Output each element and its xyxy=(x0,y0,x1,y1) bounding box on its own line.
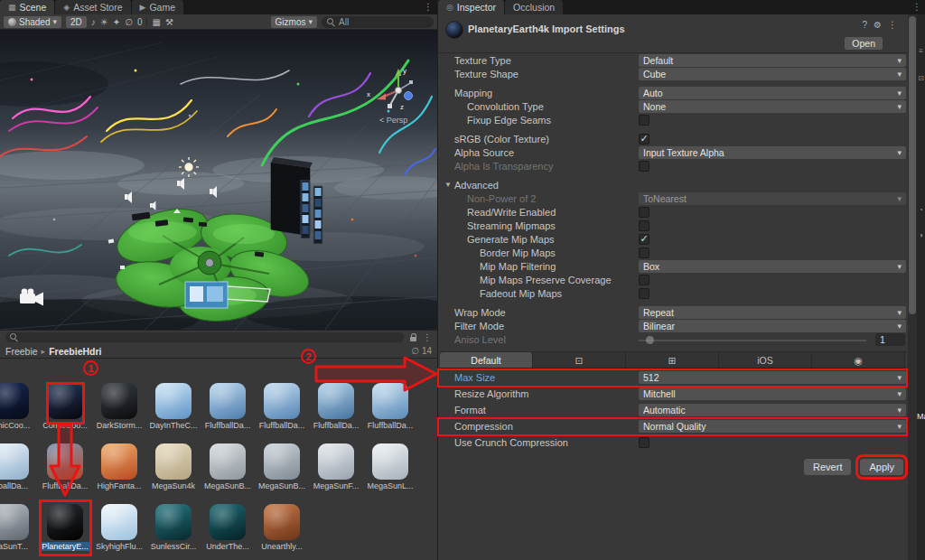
gizmos-dropdown[interactable]: Gizmos ▾ xyxy=(271,16,317,28)
asset-thumbnail[interactable]: HighFanta... xyxy=(92,443,146,490)
asset-label: smicCoo... xyxy=(0,421,32,430)
compression-dropdown[interactable]: Normal Quality ▾ xyxy=(639,420,906,433)
toggle-2d-button[interactable]: 2D xyxy=(66,16,87,28)
breadcrumb-current[interactable]: FreebieHdri xyxy=(49,346,101,357)
lock-icon[interactable] xyxy=(410,337,416,341)
scene-viewport[interactable]: x y z < Persp xyxy=(0,30,437,330)
field-read-write: Read/Write Enabled xyxy=(440,206,905,219)
audio-toggle-icon[interactable]: ♪ xyxy=(91,16,96,28)
mapping-dropdown[interactable]: Auto ▾ xyxy=(639,87,906,99)
asset-thumbnail[interactable]: ffballDa... xyxy=(0,443,38,490)
border-mipmaps-checkbox[interactable] xyxy=(639,247,649,258)
texture-type-dropdown[interactable]: Default ▾ xyxy=(639,54,906,67)
asset-thumbnail[interactable]: DarkStorm... xyxy=(92,383,146,430)
effects-dropdown-icon[interactable]: ✦ xyxy=(113,16,120,28)
tab-scene[interactable]: ▦ Scene xyxy=(0,0,54,14)
platform-tab-ios[interactable]: iOS xyxy=(719,352,812,368)
asset-thumbnail[interactable]: smicCoo... xyxy=(0,383,38,430)
filter-mode-dropdown[interactable]: Bilinear ▾ xyxy=(639,320,906,332)
lighting-toggle-icon[interactable]: ☀ xyxy=(100,16,108,28)
asset-thumbnail[interactable]: FluffballDa... xyxy=(38,443,92,490)
project-search-input[interactable] xyxy=(5,332,404,342)
breadcrumb-root[interactable]: Freebie xyxy=(5,346,38,357)
asset-label: ComicCoo... xyxy=(41,421,89,430)
asset-thumbnail[interactable]: DayInTheC... xyxy=(146,383,201,430)
asset-thumbnail[interactable]: FluffballDa... xyxy=(255,383,309,430)
aniso-slider-knob[interactable] xyxy=(646,336,654,344)
platform-tab-default[interactable]: Default xyxy=(440,352,533,368)
asset-thumbnail[interactable]: MegaSunB... xyxy=(255,443,309,490)
apply-button[interactable]: Apply xyxy=(860,459,903,475)
asset-thumbnail[interactable]: SunlessCir... xyxy=(146,504,201,551)
shading-mode-dropdown[interactable]: Shaded ▾ xyxy=(4,16,61,28)
advanced-foldout[interactable]: ▼ Advanced xyxy=(440,179,905,192)
revert-button[interactable]: Revert xyxy=(804,459,851,475)
tab-occlusion[interactable]: Occlusion xyxy=(505,0,563,14)
asset-thumbnail[interactable]: FluffballDa... xyxy=(201,383,255,430)
read-write-checkbox[interactable] xyxy=(639,207,649,218)
texture-shape-dropdown[interactable]: Cube ▾ xyxy=(639,68,906,80)
open-button[interactable]: Open xyxy=(845,37,883,50)
asset-thumbnail[interactable]: MegaSunL... xyxy=(363,443,417,490)
search-icon xyxy=(327,18,335,26)
tab-label: Asset Store xyxy=(73,2,122,13)
chevron-down-icon: ▾ xyxy=(897,422,902,431)
asset-thumbnail[interactable]: MegaSunB... xyxy=(201,443,255,490)
asset-thumbnail[interactable]: SkyhighFlu... xyxy=(92,504,146,551)
resize-algorithm-dropdown[interactable]: Mitchell ▾ xyxy=(639,387,906,400)
mipmap-filtering-dropdown[interactable]: Box ▾ xyxy=(639,260,906,273)
tab-inspector[interactable]: ◎ Inspector xyxy=(438,0,504,14)
scrollbar-thumb[interactable] xyxy=(909,16,916,314)
field-texture-shape: Texture Shape Cube ▾ xyxy=(440,68,905,81)
fadeout-mipmaps-checkbox[interactable] xyxy=(639,288,649,299)
wrap-mode-dropdown[interactable]: Repeat ▾ xyxy=(639,306,906,319)
asset-thumbnail[interactable]: MegaSunF... xyxy=(309,443,363,490)
tools-icon[interactable]: ⚒ xyxy=(165,16,173,28)
field-label: Texture Type xyxy=(454,55,511,66)
selected-object-highlight[interactable] xyxy=(185,282,228,308)
preset-icon[interactable]: ⚙ xyxy=(874,20,882,30)
aniso-value-field[interactable]: 1 xyxy=(875,333,905,346)
kebab-menu-icon[interactable]: ⋮ xyxy=(423,332,432,342)
srgb-checkbox[interactable]: ✓ xyxy=(639,134,649,145)
tab-asset-store[interactable]: ◈ Asset Store xyxy=(55,0,130,14)
fixup-edge-seams-checkbox[interactable] xyxy=(639,115,649,126)
streaming-mipmaps-checkbox[interactable] xyxy=(639,220,649,231)
asset-thumbnail[interactable]: FluffballDa... xyxy=(363,383,417,430)
aniso-slider[interactable] xyxy=(639,340,866,341)
kebab-menu-icon[interactable]: ⋮ xyxy=(424,2,433,12)
asset-thumbnail[interactable]: Unearthly... xyxy=(255,504,309,551)
tab-game[interactable]: ▶ Game xyxy=(132,0,184,14)
platform-tab-android[interactable]: ◉ xyxy=(812,352,905,368)
help-icon[interactable]: ? xyxy=(862,20,867,30)
mipmaps-preserve-coverage-checkbox[interactable] xyxy=(639,275,649,285)
platform-tab-windows[interactable]: ⊞ xyxy=(626,352,719,368)
field-format: Format Automatic ▾ xyxy=(440,404,905,417)
search-icon xyxy=(10,333,18,341)
asset-thumbnail[interactable]: ComicCoo... xyxy=(38,383,92,430)
alpha-source-dropdown[interactable]: Input Texture Alpha ▾ xyxy=(639,146,906,159)
inspector-scrollbar[interactable] xyxy=(908,14,917,560)
convolution-type-dropdown[interactable]: None ▾ xyxy=(639,100,906,113)
asset-thumbnail[interactable]: MegaSun4k xyxy=(146,443,201,490)
persp-label[interactable]: < Persp xyxy=(379,116,407,125)
scene-search-input[interactable]: All xyxy=(322,16,434,28)
field-label: Format xyxy=(454,405,486,415)
dropdown-value: Bilinear xyxy=(643,321,897,331)
max-size-dropdown[interactable]: 512 ▾ xyxy=(639,371,906,384)
asset-thumbnail[interactable]: gaSunT... xyxy=(0,504,38,551)
asset-thumbnail[interactable]: UnderThe... xyxy=(201,504,255,551)
kebab-menu-icon[interactable]: ⋮ xyxy=(912,2,921,12)
field-label: Mip Maps Preserve Coverage xyxy=(480,275,612,285)
kebab-menu-icon[interactable]: ⋮ xyxy=(888,20,897,30)
grid-toggle-icon[interactable]: ▦ xyxy=(152,16,160,28)
asset-thumbnail[interactable]: FluffballDa... xyxy=(309,383,363,430)
alpha-is-transparency-checkbox xyxy=(639,161,649,172)
generate-mipmaps-checkbox[interactable]: ✓ xyxy=(639,234,649,245)
crunch-compression-checkbox[interactable] xyxy=(639,437,649,448)
asset-thumbnail[interactable]: PlanetaryE... xyxy=(38,504,92,551)
hidden-objects-icon[interactable]: ∅ xyxy=(125,16,133,28)
format-dropdown[interactable]: Automatic ▾ xyxy=(639,404,906,416)
field-wrap-mode: Wrap Mode Repeat ▾ xyxy=(440,306,905,320)
platform-tab-standalone[interactable]: ⊡ xyxy=(533,352,626,368)
